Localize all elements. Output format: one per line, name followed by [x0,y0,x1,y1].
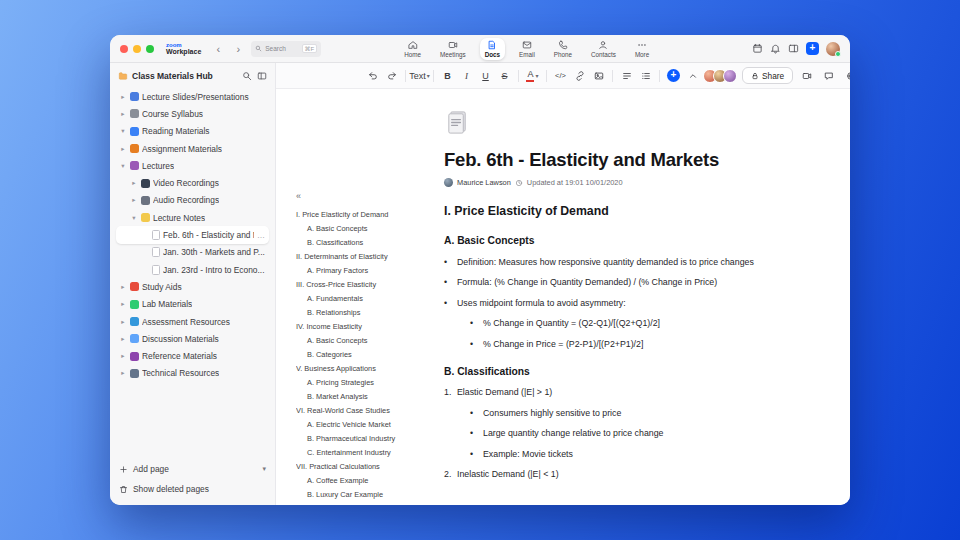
add-page-button[interactable]: Add page ▾ [116,461,269,477]
sidebar-item-assignment-materials[interactable]: ▸Assignment Materials [116,140,269,157]
sidebar-item-jan-30-note[interactable]: Jan. 30th - Markets and P... [116,244,269,261]
video-call-button[interactable] [798,67,815,85]
tab-email[interactable]: Email [514,38,540,60]
outline-item[interactable]: III. Cross-Price Elasticity [296,277,432,291]
tab-docs[interactable]: Docs [480,38,505,60]
outline-item[interactable]: A. Primary Factors [296,263,432,277]
chevron-right-icon[interactable]: ▸ [119,110,127,118]
outline-item[interactable]: B. Luxury Car Example [296,487,432,501]
outline-item[interactable]: I. Price Elasticity of Demand [296,207,432,221]
chevron-right-icon[interactable]: ▸ [119,352,127,360]
sidebar-item-lectures[interactable]: ▾Lectures [116,157,269,174]
text-color-button[interactable]: A ▾ [524,67,541,85]
outline-item[interactable]: A. Fundamentals [296,291,432,305]
collaborator-avatar[interactable] [723,69,737,83]
sidebar-item-technical-resources[interactable]: ▸Technical Resources [116,365,269,382]
tab-home[interactable]: Home [399,38,426,60]
forward-button[interactable]: › [231,41,245,57]
underline-button[interactable]: U [477,67,494,85]
tab-contacts[interactable]: Contacts [586,38,621,60]
sidebar-item-study-aids[interactable]: ▸Study Aids [116,278,269,295]
sidebar-item-reading-materials[interactable]: ▾Reading Materials [116,123,269,140]
chevron-down-icon[interactable]: ▾ [262,465,266,473]
chevron-down-icon[interactable]: ▾ [130,214,138,222]
link-button[interactable] [571,67,588,85]
sidebar-item-feb-6-note[interactable]: Feb. 6th - Elasticity and M...… [116,226,269,243]
plus-button[interactable]: + [806,42,819,55]
bell-icon[interactable] [770,43,781,54]
search-input[interactable]: Search ⌘F [251,41,321,57]
sidebar-item-jan-23-note[interactable]: Jan. 23rd - Intro to Econo... [116,261,269,278]
chevron-right-icon[interactable]: ▸ [130,179,138,187]
image-button[interactable] [590,67,607,85]
outline-item[interactable]: A. Coffee Example [296,473,432,487]
sidebar-item-course-syllabus[interactable]: ▸Course Syllabus [116,105,269,122]
sidebar-item-video-recordings[interactable]: ▸Video Recordings [116,174,269,191]
sidebar-item-discussion-materials[interactable]: ▸Discussion Materials [116,330,269,347]
document-title[interactable]: Feb. 6th - Elasticity and Markets [444,149,792,171]
sidebar-item-label: Lecture Notes [153,213,205,223]
collapse-outline-icon[interactable]: « [296,191,432,201]
chevron-right-icon[interactable]: ▸ [130,196,138,204]
comments-button[interactable] [820,67,837,85]
chevron-right-icon[interactable]: ▸ [119,318,127,326]
sidebar-search-icon[interactable] [242,71,252,81]
insert-button[interactable]: + [665,67,682,85]
sidebar-item-lecture-slides[interactable]: ▸Lecture Slides/Presentations [116,88,269,105]
share-button[interactable]: Share [742,67,793,84]
chevron-right-icon[interactable]: ▸ [119,283,127,291]
outline-item[interactable]: B. Categories [296,347,432,361]
collapse-sidebar-icon[interactable] [257,71,267,81]
outline-item[interactable]: B. Relationships [296,305,432,319]
inline-code-button[interactable]: </> [552,67,569,85]
chevron-right-icon[interactable]: ▸ [119,145,127,153]
redo-button[interactable] [383,67,400,85]
back-button[interactable]: ‹ [211,41,225,57]
chevron-right-icon[interactable]: ▸ [119,335,127,343]
outline-item[interactable]: A. Electric Vehicle Market [296,417,432,431]
italic-button[interactable]: I [458,67,475,85]
sidebar-panel-icon[interactable] [788,43,799,54]
outline-item[interactable]: VI. Real-World Case Studies [296,403,432,417]
sidebar-item-lab-materials[interactable]: ▸Lab Materials [116,296,269,313]
user-avatar[interactable] [826,42,840,56]
sidebar-item-lecture-notes[interactable]: ▾Lecture Notes [116,209,269,226]
calendar-icon[interactable] [752,43,763,54]
outline-item[interactable]: B. Classifications [296,235,432,249]
window-controls [120,45,154,53]
strikethrough-button[interactable]: S [496,67,513,85]
outline-item[interactable]: VII. Practical Calculations [296,459,432,473]
chevron-down-icon[interactable]: ▾ [119,162,127,170]
show-deleted-pages-button[interactable]: Show deleted pages [116,481,269,497]
tab-meetings[interactable]: Meetings [435,38,471,60]
bold-button[interactable]: B [439,67,456,85]
outline-item[interactable]: A. Basic Concepts [296,333,432,347]
outline-item[interactable]: B. Pharmaceutical Industry [296,431,432,445]
outline-item[interactable]: B. Market Analysis [296,389,432,403]
chevron-right-icon[interactable]: ▸ [119,93,127,101]
collapse-toolbar-button[interactable] [684,67,701,85]
outline-item[interactable]: II. Determinants of Elasticity [296,249,432,263]
outline-item[interactable]: A. Basic Concepts [296,221,432,235]
outline-item[interactable]: V. Business Applications [296,361,432,375]
bullet-list-button[interactable] [637,67,654,85]
text-style-dropdown[interactable]: Text▾ [411,67,428,85]
publish-button[interactable] [842,67,850,85]
tab-more[interactable]: More [630,38,654,60]
row-more-icon[interactable]: … [257,231,265,240]
undo-button[interactable] [364,67,381,85]
outline-item[interactable]: C. Entertainment Industry [296,445,432,459]
chevron-right-icon[interactable]: ▸ [119,300,127,308]
chevron-down-icon[interactable]: ▾ [119,127,127,135]
chevron-right-icon[interactable]: ▸ [119,369,127,377]
close-button[interactable] [120,45,128,53]
align-button[interactable] [618,67,635,85]
tab-phone[interactable]: Phone [549,38,577,60]
sidebar-item-assessment-resources[interactable]: ▸Assessment Resources [116,313,269,330]
sidebar-item-audio-recordings[interactable]: ▸Audio Recordings [116,192,269,209]
minimize-button[interactable] [133,45,141,53]
maximize-button[interactable] [146,45,154,53]
sidebar-item-reference-materials[interactable]: ▸Reference Materials [116,347,269,364]
outline-item[interactable]: IV. Income Elasticity [296,319,432,333]
outline-item[interactable]: A. Pricing Strategies [296,375,432,389]
